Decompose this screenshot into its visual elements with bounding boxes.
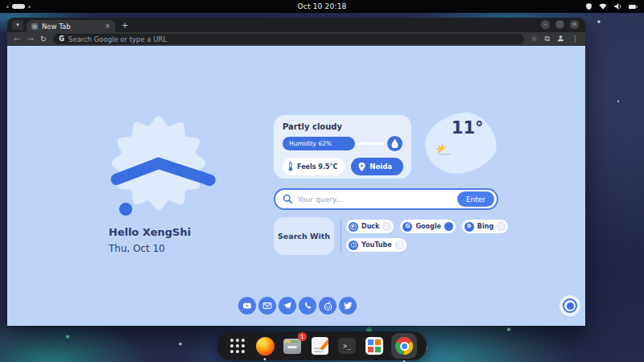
restore-button[interactable]: ⛶ [555,20,564,29]
temperature-value: 11° [452,118,484,138]
dock: 1 >_ [217,331,427,360]
engine-options-row-2: YouTube [346,238,407,252]
address-bar[interactable]: G Search Google or type a URL [53,34,524,44]
window-controls: – ⛶ × [541,20,579,29]
clock-seconds-dot [119,203,132,216]
search-option-radio[interactable] [395,241,404,249]
twitter-link-icon[interactable] [339,297,357,315]
bookmark-star-icon[interactable]: ☆ [530,35,537,43]
feels-like-label: Feels 9.5°C [297,163,337,171]
engine-options-row-1: Duck G Google b Bing [346,220,508,233]
social-links-row [238,297,357,315]
youtube-engine-icon [349,241,358,250]
whatsapp-link-icon[interactable] [299,297,316,315]
back-icon[interactable]: ← [14,35,20,43]
engine-option-youtube[interactable]: YouTube [346,238,407,252]
text-editor-icon [312,337,328,355]
profile-avatar-icon[interactable] [557,35,564,43]
app-grid-button[interactable] [227,335,248,356]
city-pill[interactable]: Noida [351,158,403,175]
theme-picker-button[interactable] [559,295,580,316]
tab-search-chevron-icon[interactable]: ▾ [12,20,23,30]
reload-icon[interactable]: ↻ [40,35,47,43]
dock-item-firefox[interactable] [254,335,275,356]
dock-item-terminal[interactable]: >_ [336,335,357,356]
weather-card: Partly cloudy Humidity 62% Feels 9.5°C [274,115,411,179]
humidity-droplet-icon [387,136,402,151]
date-text: Thu, Oct 10 [109,243,165,254]
new-tab-button[interactable]: + [122,21,128,30]
wifi-icon [599,3,607,10]
extensions-icon[interactable]: ⧉ [545,35,550,43]
google-icon: G [402,222,412,232]
humidity-label: Humidity 62% [289,140,332,147]
system-status-area[interactable] [586,3,638,10]
engine-option-google[interactable]: G Google [400,220,455,233]
humidity-bar: Humidity 62% [283,136,402,151]
running-indicator [264,358,266,360]
privacy-shield-icon [586,3,592,10]
menu-kebab-icon[interactable]: ⋮ [572,35,579,43]
dock-item-app-store[interactable] [364,335,385,356]
system-clock[interactable]: Oct 10 20:18 [297,2,346,10]
tab-favicon [31,23,38,30]
mail-link-icon[interactable] [258,297,276,315]
tab-title: New Tab [42,23,101,31]
forward-icon[interactable]: → [27,35,33,43]
search-bar[interactable]: Enter [274,188,498,210]
terminal-icon: >_ [338,338,356,354]
search-option-radio[interactable] [497,222,506,231]
toolbar-right-icons: ☆ ⧉ ⋮ [530,35,579,43]
duckduckgo-icon [349,222,358,232]
workspace-active-pill [12,4,25,9]
firefox-icon [256,337,275,356]
search-enter-button[interactable]: Enter [457,191,494,207]
location-pin-icon [358,162,365,171]
pencil-icon [320,339,328,351]
telegram-link-icon[interactable] [279,297,296,315]
app-grid-icon [230,339,245,353]
theme-picker-dot [567,302,574,310]
engine-option-duck[interactable]: Duck [346,220,394,233]
search-input[interactable] [298,195,452,204]
dock-item-files[interactable]: 1 [282,335,303,356]
youtube-link-icon[interactable] [238,297,256,315]
chrome-icon [395,337,413,355]
search-with-label: Search With [278,232,330,241]
search-option-radio[interactable] [382,222,391,231]
thermometer-icon [287,162,294,171]
search-with-card: Search With [274,217,334,255]
browser-toolbar: ← → ↻ G Search Google or type a URL ☆ ⧉ … [7,32,585,46]
system-top-bar: Oct 10 20:18 [0,0,644,13]
address-bar-placeholder: Search Google or type a URL [68,35,519,43]
weather-bottom-row: Feels 9.5°C Noida [283,158,402,175]
analog-clock-widget [82,87,235,240]
weather-condition: Partly cloudy [283,122,402,131]
theme-picker-ring [563,298,577,313]
browser-window: ▾ New Tab × + – ⛶ × ← → ↻ G Search Googl… [7,18,585,326]
new-tab-page: Hello XengShi Thu, Oct 10 Partly cloudy … [7,46,585,326]
volume-icon [614,3,621,10]
notification-badge: 1 [298,332,307,341]
minimize-button[interactable]: – [541,20,550,29]
city-label: Noida [369,162,392,171]
workspace-dot [6,6,9,8]
app-store-icon [365,337,383,355]
engine-option-bing[interactable]: b Bing [462,220,508,233]
workspace-indicator[interactable] [6,4,31,9]
temperature-widget: 11° ⛅ [420,108,501,179]
tab-close-icon[interactable]: × [105,23,110,30]
close-button[interactable]: × [570,20,579,29]
workspace-dot [28,6,31,8]
humidity-fill: Humidity 62% [283,137,355,150]
search-magnifier-icon [283,194,293,204]
dock-item-text-editor[interactable] [309,335,330,356]
tab-new-tab[interactable]: New Tab × [27,20,115,32]
dock-item-chrome[interactable] [391,333,417,359]
search-with-divider [341,219,341,253]
bing-icon: b [464,222,474,232]
battery-icon [629,4,638,10]
reddit-link-icon[interactable] [319,297,336,315]
google-g-icon: G [59,35,64,43]
search-option-radio[interactable] [444,222,453,231]
